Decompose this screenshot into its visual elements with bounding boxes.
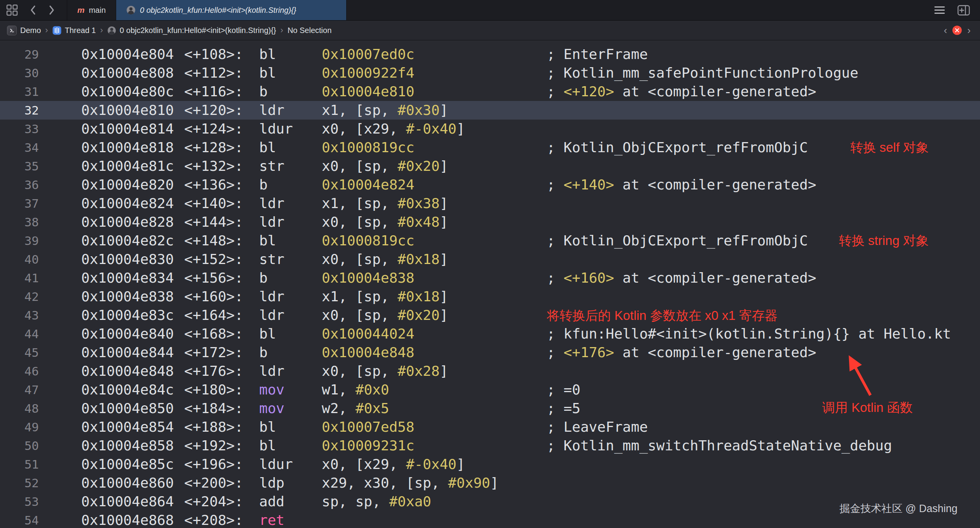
asm-row[interactable]: 300x10004e808<+112>:bl0x1000922f4; Kotli… [0, 64, 980, 82]
jumpbar-frame[interactable]: 0 objc2kotlin_kfun:Hello#<init>(kotlin.S… [107, 26, 276, 35]
address: 0x10004e860 [81, 474, 184, 492]
code-segment: ] [439, 307, 448, 323]
line-number: 51 [0, 455, 39, 474]
address: 0x10004e844 [81, 343, 184, 362]
asm-row[interactable]: 330x10004e814<+124>:ldurx0, [x29, #-0x40… [0, 120, 980, 138]
code-segment: ; Kotlin_mm_switchThreadStateNative_debu… [547, 438, 892, 453]
offset: <+148>: [184, 231, 259, 250]
comment [547, 120, 980, 138]
asm-row[interactable]: 360x10004e820<+136>:b0x10004e824; <+140>… [0, 175, 980, 194]
line-number: 37 [0, 194, 39, 213]
mnemonic: bl [259, 138, 322, 157]
editor-layout-icon[interactable] [6, 4, 18, 16]
code-segment: x0, [sp, [322, 158, 398, 174]
nav-forward-icon[interactable] [48, 5, 55, 16]
asm-row[interactable]: 400x10004e830<+152>:strx0, [sp, #0x18] [0, 250, 980, 269]
code-segment: <+140> [563, 177, 614, 193]
list-menu-icon[interactable] [934, 6, 945, 14]
asm-row[interactable]: 390x10004e82c<+148>:bl0x1000819cc; Kotli… [0, 231, 980, 250]
asm-row[interactable]: 340x10004e818<+128>:bl0x1000819cc; Kotli… [0, 138, 980, 157]
operands: 0x10004e824 [322, 175, 547, 194]
asm-row[interactable]: 290x10004e804<+108>:bl0x10007ed0c; Enter… [0, 45, 980, 64]
offset: <+176>: [184, 362, 259, 380]
comment: ; <+176> at <compiler-generated> [547, 343, 980, 362]
operands: sp, sp, #0xa0 [322, 492, 547, 511]
asm-row[interactable]: 350x10004e81c<+132>:strx0, [sp, #0x20] [0, 157, 980, 175]
asm-row[interactable]: 490x10004e854<+188>:bl0x10007ed58; Leave… [0, 418, 980, 436]
comment: ; EnterFrame [547, 45, 980, 64]
asm-row[interactable]: 500x10004e858<+192>:bl0x10009231c; Kotli… [0, 436, 980, 455]
offset: <+204>: [184, 492, 259, 511]
address: 0x10004e810 [81, 101, 184, 120]
operands: 0x10004e810 [322, 82, 547, 101]
asm-row[interactable]: 410x10004e834<+156>:b0x10004e838; <+160>… [0, 269, 980, 287]
asm-row[interactable]: 510x10004e85c<+196>:ldurx0, [x29, #-0x40… [0, 455, 980, 474]
asm-row-selected[interactable]: 320x10004e810<+120>:ldrx1, [sp, #0x30] [0, 101, 980, 120]
code-segment: ] [457, 121, 465, 137]
chevron-right-icon: › [100, 25, 103, 35]
jumpbar-thread[interactable]: Thread 1 [52, 26, 96, 35]
mnemonic: b [259, 175, 322, 194]
code-segment: ; =0 [547, 382, 581, 398]
code-segment: <+176> [563, 344, 614, 360]
address: 0x10004e824 [81, 194, 184, 213]
line-number: 29 [0, 45, 39, 64]
comment: ; LeaveFrame [547, 418, 980, 436]
address: 0x10004e834 [81, 269, 184, 287]
offset: <+140>: [184, 194, 259, 213]
asm-row[interactable]: 310x10004e80c<+116>:b0x10004e810; <+120>… [0, 82, 980, 101]
operands: 0x100044024 [322, 325, 547, 343]
asm-row[interactable]: 420x10004e838<+160>:ldrx1, [sp, #0x18] [0, 287, 980, 306]
line-number: 53 [0, 492, 39, 511]
tab-strip: m main 0 objc2kotlin_kfun:Hello#<init>(k… [67, 0, 347, 20]
asm-row[interactable]: 440x10004e840<+168>:bl0x100044024; kfun:… [0, 325, 980, 343]
code-segment: ; Kotlin_ObjCExport_refFromObjC [547, 139, 808, 155]
address: 0x10004e85c [81, 455, 184, 474]
asm-row[interactable]: 430x10004e83c<+164>:ldrx0, [sp, #0x20]将转… [0, 306, 980, 325]
code-segment: #0x5 [356, 400, 389, 416]
asm-row[interactable]: 530x10004e864<+204>:addsp, sp, #0xa0 [0, 492, 980, 511]
disassembly-view[interactable]: 290x10004e804<+108>:bl0x10007ed0c; Enter… [0, 40, 980, 528]
line-number: 38 [0, 213, 39, 231]
code-segment: at <compiler-generated> [614, 270, 816, 286]
code-segment: ; =5 [547, 400, 581, 416]
asm-row[interactable]: 450x10004e844<+172>:b0x10004e848; <+176>… [0, 343, 980, 362]
offset: <+196>: [184, 455, 259, 474]
mnemonic: bl [259, 436, 322, 455]
jumpbar-selection[interactable]: No Selection [288, 26, 331, 35]
jumpbar-thread-label: Thread 1 [65, 26, 96, 35]
asm-row[interactable]: 480x10004e850<+184>:movw2, #0x5; =5 [0, 399, 980, 418]
offset: <+172>: [184, 343, 259, 362]
offset: <+164>: [184, 306, 259, 325]
red-annotation-text: 转换 self 对象 [850, 138, 929, 157]
mnemonic: ldr [259, 101, 322, 120]
code-segment: ; Kotlin_mm_safePointFunctionPrologue [547, 65, 858, 81]
asm-row[interactable]: 470x10004e84c<+180>:movw1, #0x0; =0 [0, 380, 980, 399]
offset: <+116>: [184, 82, 259, 101]
close-error-icon[interactable] [952, 26, 962, 35]
jumpbar-back-icon[interactable]: ‹ [944, 25, 947, 35]
asm-row[interactable]: 380x10004e828<+144>:ldrx0, [sp, #0x48] [0, 213, 980, 231]
address: 0x10004e80c [81, 82, 184, 101]
jumpbar-forward-icon[interactable]: › [967, 25, 971, 35]
asm-row[interactable]: 520x10004e860<+200>:ldpx29, x30, [sp, #0… [0, 474, 980, 492]
asm-row[interactable]: 540x10004e868<+208>:ret [0, 511, 980, 528]
offset: <+192>: [184, 436, 259, 455]
code-segment: sp, sp, [322, 493, 389, 509]
comment [547, 455, 980, 474]
address: 0x10004e830 [81, 250, 184, 269]
code-segment: 0x10004e838 [322, 270, 414, 286]
asm-row[interactable]: 460x10004e848<+176>:ldrx0, [sp, #0x28] [0, 362, 980, 380]
add-editor-icon[interactable] [957, 5, 970, 16]
offset: <+156>: [184, 269, 259, 287]
asm-row[interactable]: 370x10004e824<+140>:ldrx1, [sp, #0x38] [0, 194, 980, 213]
operands: x0, [sp, #0x28] [322, 362, 547, 380]
comment: ; =0 [547, 380, 980, 399]
comment: ; Kotlin_mm_switchThreadStateNative_debu… [547, 436, 980, 455]
jumpbar-project[interactable]: Demo [7, 26, 41, 35]
tab-main[interactable]: m main [67, 0, 116, 20]
tab-active-frame[interactable]: 0 objc2kotlin_kfun:Hello#<init>(kotlin.S… [116, 0, 347, 20]
line-number: 30 [0, 64, 39, 82]
address: 0x10004e808 [81, 64, 184, 82]
nav-back-icon[interactable] [30, 5, 37, 16]
